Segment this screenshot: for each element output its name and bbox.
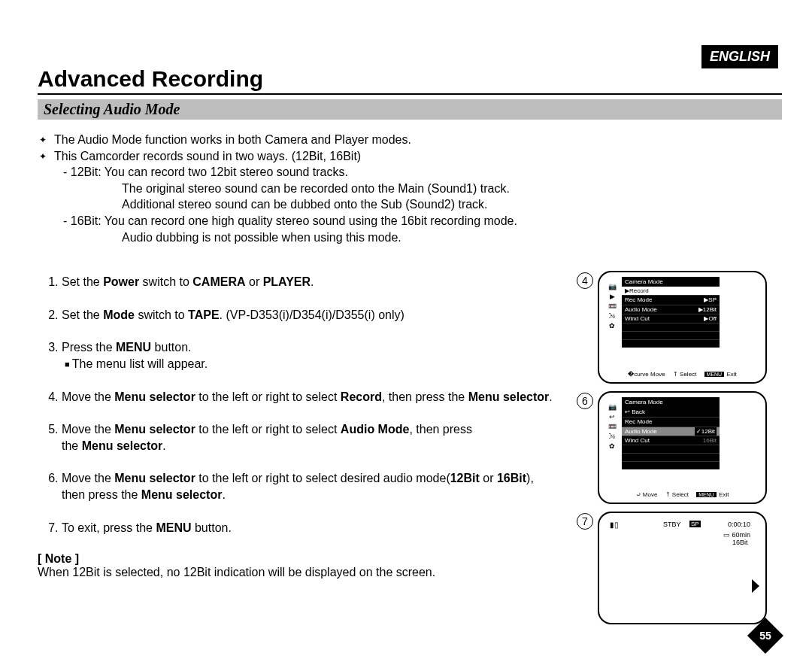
step-6: Move the Menu selector to the left or ri… xyxy=(62,470,618,503)
menu-sub-6: ↩ Back xyxy=(622,407,720,417)
sp-badge: SP xyxy=(689,521,701,527)
menu-bottom-bar: ⤾ Move ⤒ Select MENU Exit xyxy=(599,491,765,498)
page-title: Advanced Recording xyxy=(38,66,782,95)
menu-row[interactable]: Rec Mode xyxy=(622,417,720,426)
sub-12bit: - 12Bit: You can record two 12bit stereo… xyxy=(63,164,782,181)
wind-icon: 🌬 xyxy=(607,312,617,320)
sub-12bit-l2: The original stereo sound can be recorde… xyxy=(122,181,782,197)
screen-6-wrap: 6 📷 ↩ 📼 🌬 ✿ Camera Mode ↩ Back Rec Mode … xyxy=(598,391,778,504)
wind-icon: 🌬 xyxy=(607,433,617,440)
section-subtitle: Selecting Audio Mode xyxy=(38,99,782,120)
menu-row[interactable]: Wind Cut▶Off xyxy=(622,314,720,323)
menu-row[interactable]: Audio Mode▶12Bit xyxy=(622,305,720,314)
bullet-1: The Audio Mode function works in both Ca… xyxy=(54,132,782,148)
bullet-2: This Camcorder records sound in two ways… xyxy=(54,148,782,246)
tape-icon: 📼 xyxy=(607,302,617,310)
gear-icon: ✿ xyxy=(607,442,617,450)
lcd-screen-7: ▮▯ STBY SP 0:00:10 ▭ 60min 16Bit xyxy=(598,512,767,624)
lcd-screen-6: 📷 ↩ 📼 🌬 ✿ Camera Mode ↩ Back Rec Mode Au… xyxy=(598,391,767,504)
bullet-2-text: This Camcorder records sound in two ways… xyxy=(54,150,361,162)
time-label: 0:00:10 xyxy=(728,521,750,528)
screen-4-wrap: 4 📷 ▶ 📼 🌬 ✿ Camera Mode ▶Record Rec Mode… xyxy=(598,271,778,384)
menu-icons-6: 📷 ↩ 📼 🌬 ✿ xyxy=(607,403,617,450)
screen-illustrations: 4 📷 ▶ 📼 🌬 ✿ Camera Mode ▶Record Rec Mode… xyxy=(598,271,778,632)
lcd-screen-4: 📷 ▶ 📼 🌬 ✿ Camera Mode ▶Record Rec Mode▶S… xyxy=(598,271,767,384)
step-circle-6: 6 xyxy=(577,393,593,409)
battery-icon: ▮▯ xyxy=(610,521,619,529)
intro-bullets: The Audio Mode function works in both Ca… xyxy=(38,132,782,245)
menu-icons-4: 📷 ▶ 📼 🌬 ✿ xyxy=(607,283,617,329)
menu-row[interactable]: Rec Mode▶SP xyxy=(622,295,720,304)
sub-12bit-l3: Additional stereo sound can be dubbed on… xyxy=(122,196,782,213)
page-number: 55 xyxy=(753,623,778,648)
audio-bits: 16Bit xyxy=(732,539,750,546)
language-badge: ENGLISH xyxy=(701,45,778,68)
back-icon: ↩ xyxy=(607,413,617,421)
menu-row[interactable]: Wind Cut16Bit xyxy=(622,436,720,445)
step-circle-7: 7 xyxy=(577,513,593,530)
sub-16bit: - 16Bit: You can record one high quality… xyxy=(63,213,782,229)
gear-icon: ✿ xyxy=(607,322,617,329)
menu-title-4: Camera Mode xyxy=(622,277,720,287)
step-5: Move the Menu selector to the left or ri… xyxy=(62,421,588,454)
menu-title-6: Camera Mode xyxy=(622,397,720,407)
camera-icon: 📷 xyxy=(607,403,617,411)
play-indicator-icon xyxy=(752,579,759,593)
screen-7-wrap: 7 ▮▯ STBY SP 0:00:10 ▭ 60min 16Bit xyxy=(598,512,778,624)
menu-bottom-bar: �curve Move ⤒ Select MENU Exit xyxy=(599,371,765,378)
menu-row-selected[interactable]: Audio Mode✓12Bit xyxy=(622,427,720,436)
play-icon: ▶ xyxy=(607,293,617,300)
step-circle-4: 4 xyxy=(577,272,593,289)
menu-box-4: Camera Mode ▶Record Rec Mode▶SP Audio Mo… xyxy=(622,277,720,348)
menu-box-6: Camera Mode ↩ Back Rec Mode Audio Mode✓1… xyxy=(622,397,720,469)
tape-remain: ▭ 60min xyxy=(723,531,750,539)
camera-icon: 📷 xyxy=(607,283,617,290)
tape-icon: 📼 xyxy=(607,423,617,430)
stby-label: STBY xyxy=(663,521,681,528)
menu-sub-4: ▶Record xyxy=(622,287,720,295)
sub-16bit-l2: Audio dubbing is not possible when using… xyxy=(122,229,782,246)
